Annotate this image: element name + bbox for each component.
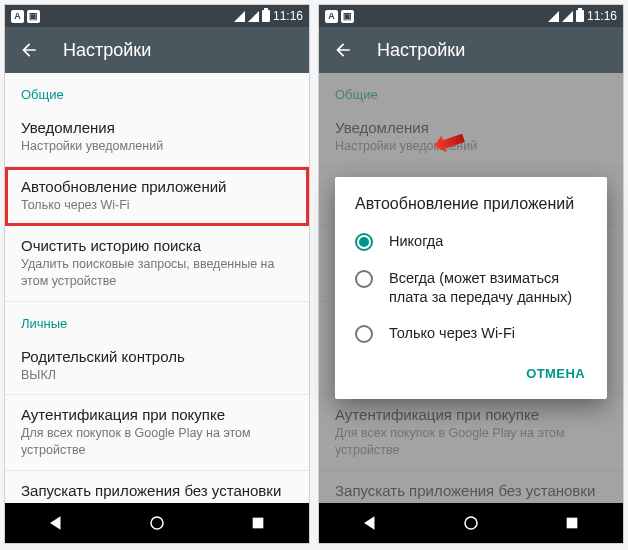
item-clear-history[interactable]: Очистить историю поиска Удалить поисковы… xyxy=(5,226,309,302)
radio-label: Только через Wi-Fi xyxy=(389,324,515,343)
item-title: Очистить историю поиска xyxy=(21,237,293,254)
wifi-icon xyxy=(234,11,245,22)
item-parental[interactable]: Родительский контроль ВЫКЛ xyxy=(5,337,309,396)
status-icon-a: A xyxy=(11,10,24,23)
item-notifications[interactable]: Уведомления Настройки уведомлений xyxy=(5,108,309,167)
cancel-button[interactable]: ОТМЕНА xyxy=(518,360,593,387)
item-title: Запускать приложения без установки xyxy=(21,482,293,499)
battery-icon xyxy=(262,10,270,22)
svg-point-0 xyxy=(151,517,163,529)
item-title: Автообновление приложений xyxy=(21,178,293,195)
dialog-scrim[interactable]: Автообновление приложений Никогда Всегда… xyxy=(319,73,623,503)
wifi-icon xyxy=(548,11,559,22)
section-personal: Личные xyxy=(5,302,309,337)
nav-recent-icon[interactable] xyxy=(562,513,582,533)
item-title: Уведомления xyxy=(21,119,293,136)
svg-point-2 xyxy=(465,517,477,529)
battery-icon xyxy=(576,10,584,22)
section-general: Общие xyxy=(5,73,309,108)
status-icon-b: ▣ xyxy=(27,10,40,23)
item-title: Родительский контроль xyxy=(21,348,293,365)
nav-bar xyxy=(5,503,309,543)
radio-option-never[interactable]: Никогда xyxy=(335,223,607,260)
phone-left: A ▣ 11:16 Настройки Общие Уведомления На… xyxy=(4,4,310,544)
nav-back-icon[interactable] xyxy=(46,513,66,533)
svg-rect-1 xyxy=(253,518,264,529)
item-sub: Настройки уведомлений xyxy=(21,138,293,155)
autoupdate-dialog: Автообновление приложений Никогда Всегда… xyxy=(335,177,607,400)
app-bar: Настройки xyxy=(319,27,623,73)
nav-recent-icon[interactable] xyxy=(248,513,268,533)
phone-right: A ▣ 11:16 Настройки Общие Уведомления На… xyxy=(318,4,624,544)
appbar-title: Настройки xyxy=(377,40,465,61)
radio-label: Всегда (может взиматься плата за передач… xyxy=(389,269,587,307)
appbar-title: Настройки xyxy=(63,40,151,61)
item-sub: Только через Wi-Fi xyxy=(21,197,293,214)
radio-label: Никогда xyxy=(389,232,443,251)
radio-option-wifi[interactable]: Только через Wi-Fi xyxy=(335,315,607,352)
status-bar: A ▣ 11:16 xyxy=(319,5,623,27)
item-sub: Удалить поисковые запросы, введенные на … xyxy=(21,256,293,290)
status-time: 11:16 xyxy=(273,9,303,23)
dialog-title: Автообновление приложений xyxy=(335,195,607,223)
nav-bar xyxy=(319,503,623,543)
radio-option-always[interactable]: Всегда (может взиматься плата за передач… xyxy=(335,260,607,316)
svg-rect-3 xyxy=(567,518,578,529)
app-bar: Настройки xyxy=(5,27,309,73)
cursor-arrow-icon xyxy=(432,131,466,161)
back-arrow-icon[interactable] xyxy=(333,40,353,60)
back-arrow-icon[interactable] xyxy=(19,40,39,60)
nav-home-icon[interactable] xyxy=(461,513,481,533)
status-icon-b: ▣ xyxy=(341,10,354,23)
radio-icon xyxy=(355,325,373,343)
nav-home-icon[interactable] xyxy=(147,513,167,533)
signal-icon xyxy=(248,11,259,22)
item-sub: ВЫКЛ xyxy=(21,367,293,384)
status-icon-a: A xyxy=(325,10,338,23)
radio-icon xyxy=(355,233,373,251)
signal-icon xyxy=(562,11,573,22)
item-title: Аутентификация при покупке xyxy=(21,406,293,423)
radio-icon xyxy=(355,270,373,288)
status-bar: A ▣ 11:16 xyxy=(5,5,309,27)
item-sub: Для всех покупок в Google Play на этом у… xyxy=(21,425,293,459)
nav-back-icon[interactable] xyxy=(360,513,380,533)
status-time: 11:16 xyxy=(587,9,617,23)
settings-list: Общие Уведомления Настройки уведомлений … xyxy=(5,73,309,503)
item-instant[interactable]: Запускать приложения без установки Управ… xyxy=(5,471,309,503)
item-autoupdate[interactable]: Автообновление приложений Только через W… xyxy=(5,167,309,226)
item-auth[interactable]: Аутентификация при покупке Для всех поку… xyxy=(5,395,309,471)
